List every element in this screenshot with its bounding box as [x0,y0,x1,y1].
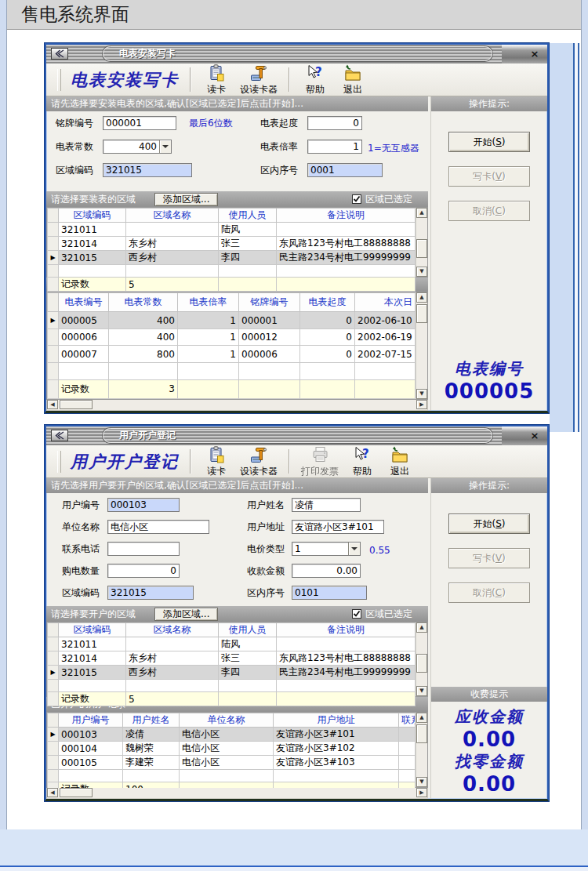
start-button[interactable]: 开始(S) [448,132,530,152]
cancel-button[interactable]: 取消(C) [448,201,530,221]
scroll-left-icon[interactable]: ◀ [47,788,58,797]
set-reader-button[interactable]: 设读卡器 [240,64,278,96]
region-section-strip: 请选择要开户的区域 添加区域... 区域已选定 [46,606,428,622]
record-count-row: 记录数 5 [48,278,416,292]
horizontal-scrollbar[interactable]: ◀ ▶ [46,788,428,799]
meter-const-select[interactable]: 400 [103,140,172,154]
scrollbar-thumb[interactable] [416,304,427,323]
scroll-down-icon[interactable]: ▼ [416,389,427,399]
phone-label: 联系电话 [62,542,100,556]
scroll-left-icon[interactable]: ◀ [47,400,58,409]
write-card-button[interactable]: 写卡(V) [448,166,530,187]
table-row-selected[interactable]: ▶ 321015西乡村 李四民主路234号村电工99999999 [48,666,416,680]
scrollbar-thumb[interactable] [416,654,427,673]
scroll-up-icon[interactable]: ▲ [416,622,427,633]
vertical-scrollbar[interactable]: ▲ ▼ [416,208,427,277]
table-row[interactable]: 000105李建荣 电信小区友谊路小区3#103 [48,756,416,770]
chevron-down-icon[interactable] [159,140,171,153]
table-row-selected[interactable]: ▶ 000005 400 1 000001 0 2002-06-10 [48,312,416,329]
scroll-right-icon[interactable]: ▶ [416,400,427,409]
cancel-button[interactable]: 取消(C) [448,582,530,603]
system-menu-icon[interactable] [51,430,68,441]
print-invoice-button[interactable]: 打印发票 [301,446,339,477]
scroll-right-icon[interactable]: ▶ [416,788,427,797]
footer-rest [0,867,588,871]
table-row[interactable]: 321011 陆风 [48,637,416,651]
printer-icon [311,446,328,466]
toolbar: 电表安装写卡 读卡 设读卡器 ? 帮助 退出 [46,64,547,96]
table-row[interactable]: 000104魏树荣 电信小区友谊路小区3#102 [48,742,416,756]
set-reader-label: 设读卡器 [240,466,278,477]
titlebar[interactable]: 电表安装写卡 × [46,45,547,64]
price-type-select[interactable]: 1 [292,542,361,556]
tool-icon [250,64,267,84]
plate-no-input[interactable] [103,116,176,130]
qty-label: 购电数量 [62,564,100,578]
user-name-label: 用户姓名 [247,498,285,512]
form-big-title: 电表安装写卡 [71,69,179,91]
region-confirmed-checkbox[interactable]: 区域已选定 [352,608,412,621]
scrollbar-thumb[interactable] [60,788,93,797]
set-reader-label: 设读卡器 [240,84,278,95]
vertical-scrollbar[interactable]: ▲ ▼ [416,292,427,399]
chevron-down-icon[interactable] [348,543,360,555]
region-confirmed-checkbox[interactable]: 区域已选定 [352,193,412,206]
meter-start-input[interactable] [307,116,362,130]
add-region-button[interactable]: 添加区域... [154,608,218,621]
page-title: 售电系统界面 [21,2,129,27]
start-button[interactable]: 开始(S) [448,514,530,534]
tool-icon [250,446,267,466]
checkbox-checked-icon[interactable] [352,609,361,619]
scrollbar-thumb[interactable] [416,239,427,258]
amount-input[interactable] [292,564,361,578]
unit-name-input[interactable] [107,520,209,534]
scroll-down-icon[interactable]: ▼ [416,777,427,787]
record-count-row: 记录数 3 [48,379,416,398]
read-card-button[interactable]: 读卡 [202,64,230,96]
vertical-scrollbar[interactable]: ▲ ▼ [416,713,427,787]
plate-no-note: 最后6位数 [189,116,233,130]
set-reader-button[interactable]: 设读卡器 [240,446,278,477]
user-addr-label: 用户地址 [247,520,285,534]
exit-button[interactable]: 退出 [339,64,367,96]
ops-pane: 操作提示: 开始(S) 写卡(V) 取消(C) 电表编号 000005 [430,96,547,411]
system-menu-icon[interactable] [51,48,68,60]
close-icon[interactable]: × [527,428,543,443]
close-icon[interactable]: × [527,46,543,61]
window-title: 用户开户登记 [103,428,492,443]
titlebar[interactable]: 用户开户登记 × [46,426,547,445]
read-card-label: 读卡 [207,466,226,477]
user-name-input[interactable] [292,498,361,512]
table-row[interactable]: 321011 陆风 [48,223,416,237]
meter-ratio-input[interactable] [307,140,362,154]
scroll-up-icon[interactable]: ▲ [416,208,427,218]
table-row-selected[interactable]: ▶ 000103凌倩 电信小区友谊路小区3#101 [48,728,416,742]
meter-no-label: 电表编号 [431,358,547,379]
exit-button[interactable]: 退出 [386,446,414,477]
horizontal-scrollbar[interactable]: ◀ ▶ [46,400,428,411]
scroll-up-icon[interactable]: ▲ [416,713,427,723]
scrollbar-thumb[interactable] [60,400,93,409]
table-row[interactable]: 000006 400 1 000012 0 2002-06-19 [48,328,416,346]
form-big-title: 用户开户登记 [71,451,179,473]
help-button[interactable]: ? 帮助 [301,64,329,96]
read-card-button[interactable]: 读卡 [202,446,230,477]
phone-input[interactable] [107,542,180,556]
write-card-button[interactable]: 写卡(V) [448,548,530,568]
table-row[interactable]: 321014东乡村 张三东风路123号村电工88888888 [48,237,416,251]
table-row-selected[interactable]: ▶ 321015西乡村 李四民主路234号村电工99999999 [48,251,416,265]
user-addr-input[interactable] [292,520,384,534]
scroll-up-icon[interactable]: ▲ [416,292,427,303]
qty-input[interactable] [107,564,180,578]
add-region-button[interactable]: 添加区域... [154,193,218,206]
table-row[interactable]: 321014东乡村 张三东风路123号村电工88888888 [48,651,416,666]
toolbar-separator [289,67,290,92]
checkbox-checked-icon[interactable] [352,194,361,204]
scrollbar-thumb[interactable] [416,724,427,743]
table-row[interactable]: 000007 800 1 000006 0 2002-07-15 [48,346,416,363]
help-button[interactable]: ? 帮助 [348,446,376,477]
scroll-down-icon[interactable]: ▼ [416,267,427,277]
scroll-down-icon[interactable]: ▼ [416,686,427,696]
region-code-label: 区域编码 [62,586,100,600]
vertical-scrollbar[interactable]: ▲ ▼ [416,622,427,696]
